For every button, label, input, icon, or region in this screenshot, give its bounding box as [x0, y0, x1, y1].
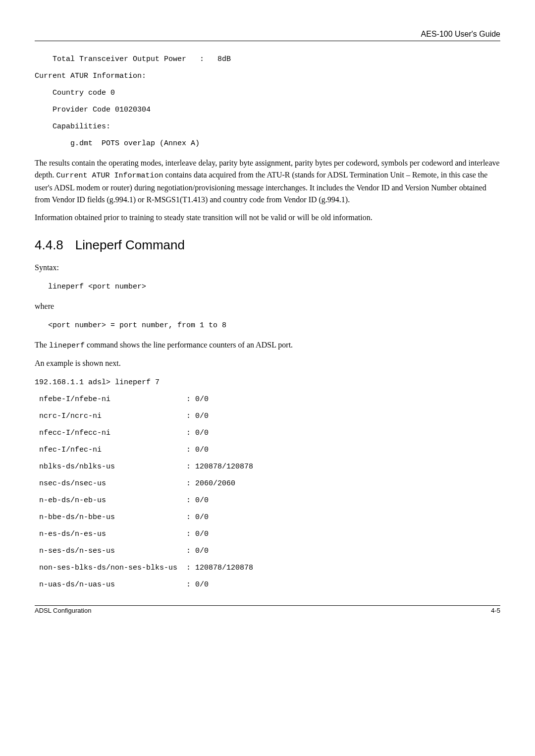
footer-left: ADSL Configuration: [35, 607, 91, 614]
code-line: Country code 0: [35, 86, 500, 101]
footer-page-number: 4-5: [491, 607, 500, 614]
code-line: ncrc-I/ncrc-ni : 0/0: [35, 409, 500, 424]
code-line: nfebe-I/nfebe-ni : 0/0: [35, 392, 500, 407]
code-line: <port number> = port number, from 1 to 8: [35, 318, 500, 333]
code-line: Provider Code 01020304: [35, 103, 500, 117]
code-line: Capabilities:: [35, 119, 500, 134]
code-line: non-ses-blks-ds/non-ses-blks-us : 120878…: [35, 561, 500, 576]
code-line: g.dmt POTS overlap (Annex A): [35, 136, 500, 151]
example-label: An example is shown next.: [35, 357, 500, 369]
code-line: Total Transceiver Output Power : 8dB: [35, 52, 500, 67]
code-line: 192.168.1.1 adsl> lineperf 7: [35, 375, 500, 390]
code-line: n-bbe-ds/n-bbe-us : 0/0: [35, 510, 500, 525]
code-line: n-uas-ds/n-uas-us : 0/0: [35, 578, 500, 592]
code-line: n-eb-ds/n-eb-us : 0/0: [35, 493, 500, 508]
code-line: lineperf <port number>: [35, 280, 500, 294]
section-number: 4.4.8: [35, 237, 63, 253]
syntax-label: Syntax:: [35, 262, 500, 274]
section-heading: 4.4.8Lineperf Command: [35, 237, 500, 253]
text: command shows the line performance count…: [85, 341, 293, 349]
code-line: Current ATUR Information:: [35, 69, 500, 84]
code-line: nfec-I/nfec-ni : 0/0: [35, 443, 500, 458]
paragraph: The results contain the operating modes,…: [35, 157, 500, 206]
paragraph: Information obtained prior to training t…: [35, 212, 500, 224]
code-line: n-es-ds/n-es-us : 0/0: [35, 527, 500, 542]
code-line: nblks-ds/nblks-us : 120878/120878: [35, 460, 500, 474]
section-title: Lineperf Command: [75, 237, 185, 252]
code-line: n-ses-ds/n-ses-us : 0/0: [35, 544, 500, 559]
paragraph: The lineperf command shows the line perf…: [35, 339, 500, 352]
code-line: nfecc-I/nfecc-ni : 0/0: [35, 426, 500, 441]
inline-code: lineperf: [49, 342, 85, 350]
text: The: [35, 341, 49, 349]
page-header: AES-100 User's Guide: [35, 30, 500, 41]
where-label: where: [35, 300, 500, 312]
inline-code: Current ATUR Information: [56, 172, 163, 180]
code-line: nsec-ds/nsec-us : 2060/2060: [35, 476, 500, 491]
header-title: AES-100 User's Guide: [421, 30, 500, 38]
page-footer: ADSL Configuration 4-5: [35, 605, 500, 614]
